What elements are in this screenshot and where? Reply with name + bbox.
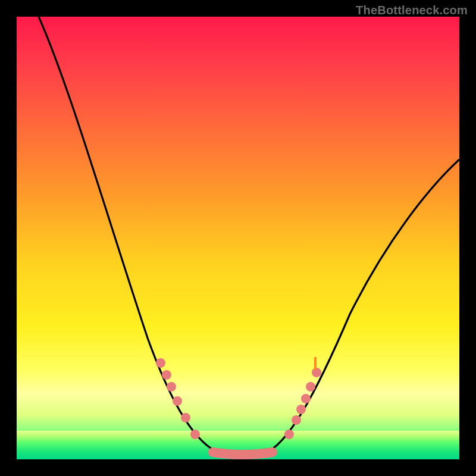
chart-area <box>17 17 459 459</box>
left-marker-cluster <box>156 358 200 439</box>
svg-point-7 <box>292 415 301 425</box>
right-marker-cluster <box>284 357 321 439</box>
svg-point-10 <box>306 382 315 392</box>
svg-point-5 <box>190 430 200 439</box>
watermark-text: TheBottleneck.com <box>356 4 468 17</box>
bottleneck-curve <box>17 17 459 459</box>
svg-point-4 <box>181 413 190 422</box>
svg-point-3 <box>173 396 182 406</box>
svg-point-9 <box>301 394 311 403</box>
svg-point-8 <box>296 405 306 414</box>
svg-point-2 <box>167 382 176 392</box>
svg-point-0 <box>156 358 165 368</box>
svg-rect-12 <box>314 357 317 370</box>
flat-bottom-marker <box>213 452 273 455</box>
curve-path <box>39 17 459 454</box>
svg-point-1 <box>162 370 171 380</box>
svg-point-6 <box>284 430 294 439</box>
